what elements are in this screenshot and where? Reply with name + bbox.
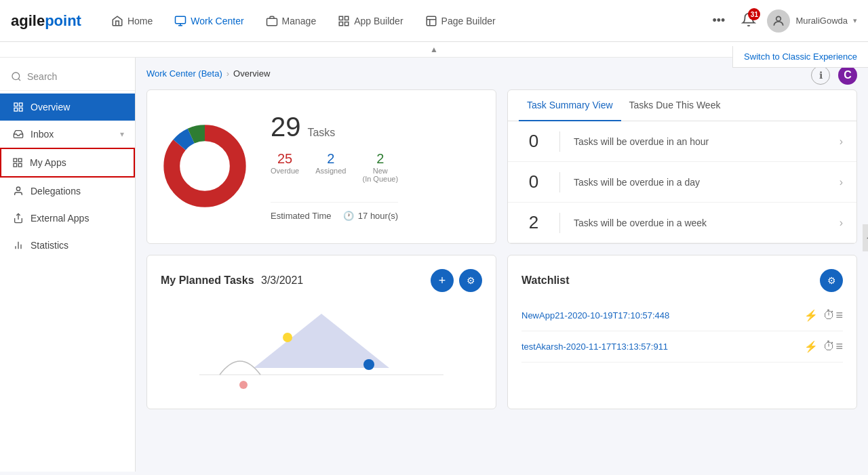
info-button[interactable]: ℹ bbox=[811, 66, 830, 85]
watchlist-link-0[interactable]: NewApp21-2020-10-19T17:10:57:448 bbox=[521, 310, 799, 321]
summary-chevron-3: › bbox=[840, 217, 843, 229]
stat-overdue: 25 Overdue bbox=[271, 151, 299, 183]
svg-rect-16 bbox=[18, 163, 22, 167]
nav-home[interactable]: Home bbox=[103, 9, 161, 33]
watchlist-gear-icon: ⚙ bbox=[827, 275, 836, 286]
task-total-number: 29 bbox=[271, 112, 301, 142]
monitor-icon bbox=[174, 15, 186, 27]
sidebar-item-externalapps[interactable]: External Apps bbox=[0, 205, 135, 232]
watchlist-menu-icon-0[interactable]: ⏱≡ bbox=[823, 308, 843, 323]
summary-chevron-1: › bbox=[840, 136, 843, 148]
svg-point-7 bbox=[776, 16, 781, 21]
nav-manage[interactable]: Manage bbox=[258, 9, 325, 33]
user-initial-button[interactable]: C bbox=[838, 66, 857, 85]
summary-row-day[interactable]: 0 Tasks will be overdue in a day › bbox=[508, 162, 856, 203]
overview-icon bbox=[13, 102, 24, 112]
breadcrumb-current: Overview bbox=[233, 68, 270, 79]
delegations-icon bbox=[13, 186, 24, 197]
new-label: New (In Queue) bbox=[362, 167, 398, 183]
watchlist-settings-icon-0[interactable]: ⚡ bbox=[804, 309, 818, 322]
stat-assigned: 2 Assigned bbox=[315, 151, 346, 183]
summary-chevron-2: › bbox=[840, 176, 843, 188]
myapps-icon bbox=[12, 157, 23, 168]
user-name-label: MuraliGowda bbox=[795, 16, 848, 26]
sidebar-myapps-label: My Apps bbox=[30, 157, 123, 168]
summary-text-day: Tasks will be overdue in a day bbox=[574, 177, 826, 188]
inbox-chevron-icon: ▾ bbox=[120, 129, 124, 139]
overdue-label: Overdue bbox=[271, 167, 299, 175]
logo-text: agilepoint bbox=[11, 12, 81, 30]
sidebar-item-delegations[interactable]: Delegations bbox=[0, 178, 135, 205]
watchlist-settings-icon-1[interactable]: ⚡ bbox=[804, 340, 818, 353]
logo: agilepoint bbox=[11, 12, 81, 30]
breadcrumb-link[interactable]: Work Center (Beta) bbox=[146, 68, 222, 79]
planned-tasks-actions: + ⚙ bbox=[431, 269, 482, 292]
nav-appbuilder[interactable]: App Builder bbox=[330, 9, 411, 33]
sidebar-collapse-button[interactable]: ◀ bbox=[863, 224, 868, 251]
watchlist-item-0: NewApp21-2020-10-19T17:10:57:448 ⚡ ⏱≡ bbox=[521, 300, 843, 331]
svg-rect-2 bbox=[339, 16, 342, 20]
task-total-label: Tasks bbox=[307, 127, 335, 138]
watchlist-menu-icon-1[interactable]: ⏱≡ bbox=[823, 339, 843, 354]
sidebar-delegations-label: Delegations bbox=[31, 186, 124, 197]
watchlist-item-1: testAkarsh-2020-11-17T13:13:57:911 ⚡ ⏱≡ bbox=[521, 331, 843, 363]
collapse-button[interactable]: ▲ bbox=[430, 45, 438, 54]
svg-point-26 bbox=[239, 381, 248, 389]
svg-rect-14 bbox=[18, 159, 22, 162]
sidebar-item-myapps[interactable]: My Apps bbox=[0, 148, 135, 178]
assigned-label: Assigned bbox=[315, 167, 346, 175]
sidebar-search[interactable]: Search bbox=[0, 63, 135, 91]
planned-tasks-header: My Planned Tasks 3/3/2021 + ⚙ bbox=[161, 269, 482, 292]
watchlist-actions-0: ⚡ ⏱≡ bbox=[804, 308, 843, 323]
task-total-row: 29 Tasks bbox=[271, 113, 398, 140]
user-menu[interactable]: MuraliGowda ▾ bbox=[767, 9, 857, 33]
tab-tasks-due-this-week[interactable]: Tasks Due This Week bbox=[621, 90, 729, 121]
planned-tasks-card: My Planned Tasks 3/3/2021 + ⚙ bbox=[146, 255, 496, 409]
summary-tabs: Task Summary View Tasks Due This Week bbox=[508, 90, 856, 121]
stat-new: 2 New (In Queue) bbox=[362, 151, 398, 183]
watchlist-link-1[interactable]: testAkarsh-2020-11-17T13:13:57:911 bbox=[521, 342, 799, 352]
watchlist-settings-button[interactable]: ⚙ bbox=[820, 269, 843, 292]
estimated-time-row: Estimated Time 🕐 17 hour(s) bbox=[271, 202, 398, 221]
planned-task-settings-button[interactable]: ⚙ bbox=[459, 269, 482, 292]
home-icon bbox=[111, 15, 123, 27]
summary-num-day: 0 bbox=[521, 171, 546, 192]
sidebar-overview-label: Overview bbox=[31, 102, 124, 112]
nav-more-button[interactable]: ••• bbox=[707, 11, 731, 30]
new-count: 2 bbox=[362, 151, 398, 167]
user-chevron-icon: ▾ bbox=[853, 16, 857, 25]
statistics-icon bbox=[13, 240, 24, 251]
svg-rect-4 bbox=[339, 22, 342, 25]
nav-workcenter[interactable]: Work Center bbox=[166, 9, 252, 33]
nav-pagebuilder[interactable]: Page Builder bbox=[417, 9, 504, 33]
user-initial-label: C bbox=[844, 69, 852, 81]
tab-task-summary-view[interactable]: Task Summary View bbox=[519, 90, 621, 121]
appbuilder-icon bbox=[338, 15, 350, 27]
breadcrumb: Work Center (Beta) › Overview bbox=[146, 68, 857, 79]
summary-num-hour: 0 bbox=[521, 131, 546, 152]
sidebar-item-statistics[interactable]: Statistics bbox=[0, 232, 135, 259]
summary-text-hour: Tasks will be overdue in an hour bbox=[574, 136, 826, 147]
notification-button[interactable]: 31 bbox=[741, 12, 756, 29]
switch-classic-link[interactable]: Switch to Classic Experience bbox=[732, 46, 868, 68]
nav-pagebuilder-label: Page Builder bbox=[441, 16, 496, 26]
nav-appbuilder-label: App Builder bbox=[354, 16, 403, 26]
sidebar-item-overview[interactable]: Overview bbox=[0, 94, 135, 121]
sidebar-item-inbox[interactable]: Inbox ▾ bbox=[0, 121, 135, 148]
summary-row-week[interactable]: 2 Tasks will be overdue in a week › bbox=[508, 203, 856, 243]
sidebar-externalapps-label: External Apps bbox=[31, 213, 124, 224]
bottom-grid: My Planned Tasks 3/3/2021 + ⚙ bbox=[146, 255, 857, 409]
nav-items: Home Work Center Manage App Builder Page… bbox=[103, 9, 707, 33]
sidebar: Search Overview Inbox ▾ My Apps Delegati… bbox=[0, 58, 136, 472]
briefcase-icon bbox=[266, 15, 278, 27]
task-count-section: 29 Tasks 25 Overdue 2 Assigned bbox=[271, 113, 398, 221]
sidebar-inbox-label: Inbox bbox=[31, 129, 113, 140]
task-summary-card: Task Summary View Tasks Due This Week 0 … bbox=[507, 89, 857, 244]
summary-row-hour[interactable]: 0 Tasks will be overdue in an hour › bbox=[508, 121, 856, 162]
assigned-count: 2 bbox=[315, 151, 346, 167]
donut-chart bbox=[161, 122, 249, 212]
summary-divider-3 bbox=[559, 213, 560, 233]
planned-gear-icon: ⚙ bbox=[467, 275, 475, 286]
add-planned-task-button[interactable]: + bbox=[431, 269, 454, 292]
task-stats: 25 Overdue 2 Assigned 2 New (In Queue) bbox=[271, 151, 398, 183]
